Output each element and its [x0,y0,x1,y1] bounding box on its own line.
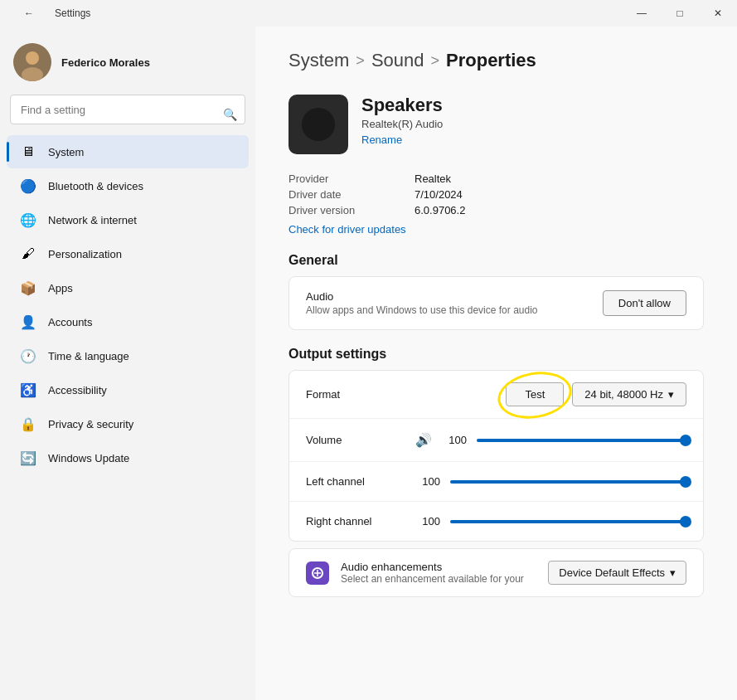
enhancement-dropdown-value: Device Default Effects [559,566,665,579]
version-value: 6.0.9706.2 [415,204,704,216]
sidebar-item-label-personalization: Personalization [48,248,122,260]
rename-link[interactable]: Rename [361,134,443,146]
svg-point-1 [26,51,39,65]
right-channel-slider[interactable] [450,520,686,523]
right-channel-row: Right channel 100 [289,501,703,541]
output-card: Format Test 24 bit, 48000 Hz ▾ Volume 🔊 … [288,370,704,542]
titlebar-title: Settings [55,7,90,19]
left-channel-thumb [680,476,691,488]
device-name: Speakers [361,95,443,116]
test-btn-wrap: Test [506,382,564,406]
test-button[interactable]: Test [506,382,564,406]
left-channel-slider[interactable] [450,480,686,484]
personalization-icon: 🖌 [20,245,36,262]
enhancement-dropdown-icon: ▾ [670,566,676,579]
titlebar: ← Settings — □ ✕ [0,0,737,27]
device-icon [288,95,348,154]
enhancement-icon [306,561,329,585]
sidebar-item-accounts[interactable]: 👤Accounts [7,305,249,338]
nav-list: 🖥System🔵Bluetooth & devices🌐Network & in… [0,134,255,475]
search-container: 🔍 [0,95,255,134]
sidebar-item-time[interactable]: 🕐Time & language [7,339,249,372]
audio-card: Audio Allow apps and Windows to use this… [288,276,704,330]
output-heading: Output settings [288,347,704,362]
right-channel-track [450,520,686,523]
date-value: 7/10/2024 [415,188,704,201]
right-channel-thumb [680,516,691,527]
minimize-button[interactable]: — [623,0,661,27]
right-channel-value: 100 [415,515,440,527]
left-channel-label: Left channel [306,475,405,488]
enhancement-title: Audio enhancements [341,561,536,573]
breadcrumb-current: Properties [446,50,536,71]
sidebar-item-network[interactable]: 🌐Network & internet [7,203,249,236]
volume-row: Volume 🔊 100 [289,418,703,461]
titlebar-left: ← Settings [10,0,90,27]
audio-row: Audio Allow apps and Windows to use this… [289,277,703,329]
sidebar-item-label-bluetooth: Bluetooth & devices [48,180,143,192]
apps-icon: 📦 [20,280,36,296]
date-label: Driver date [288,188,405,201]
privacy-icon: 🔒 [20,416,36,432]
breadcrumb: System > Sound > Properties [288,50,704,71]
check-driver-link[interactable]: Check for driver updates [288,223,406,236]
bluetooth-icon: 🔵 [20,177,36,194]
breadcrumb-sound[interactable]: Sound [371,50,424,71]
sidebar-item-label-privacy: Privacy & security [48,418,133,430]
volume-thumb [680,435,691,446]
volume-icon: 🔊 [415,432,432,448]
sidebar-item-apps[interactable]: 📦Apps [7,271,249,304]
search-input[interactable] [10,95,245,124]
breadcrumb-sep2: > [431,52,440,70]
close-button[interactable]: ✕ [699,0,737,27]
time-icon: 🕐 [20,348,36,364]
volume-slider[interactable] [477,439,686,442]
left-channel-track [450,480,686,484]
sidebar-item-system[interactable]: 🖥System [7,135,249,168]
back-button[interactable]: ← [10,0,48,27]
sidebar-item-update[interactable]: 🔄Windows Update [7,441,249,474]
right-channel-label: Right channel [306,515,405,527]
left-channel-row: Left channel 100 [289,461,703,501]
provider-label: Provider [288,173,405,185]
sidebar-item-accessibility[interactable]: ♿Accessibility [7,373,249,406]
driver-info: Provider Realtek Driver date 7/10/2024 D… [288,173,704,216]
volume-label: Volume [306,434,405,446]
general-heading: General [288,253,704,268]
accounts-icon: 👤 [20,314,36,330]
audio-row-left: Audio Allow apps and Windows to use this… [306,290,538,316]
left-channel-value: 100 [415,475,440,488]
sidebar: Federico Morales 🔍 🖥System🔵Bluetooth & d… [0,27,255,700]
enhancement-dropdown[interactable]: Device Default Effects ▾ [548,561,686,585]
app-body: Federico Morales 🔍 🖥System🔵Bluetooth & d… [0,27,737,700]
network-icon: 🌐 [20,211,36,228]
format-actions: Test 24 bit, 48000 Hz ▾ [506,382,686,406]
sidebar-item-privacy[interactable]: 🔒Privacy & security [7,407,249,440]
sidebar-item-label-apps: Apps [48,282,73,294]
version-label: Driver version [288,204,405,216]
dont-allow-button[interactable]: Don't allow [603,290,686,316]
audio-title: Audio [306,290,538,303]
titlebar-controls: — □ ✕ [623,0,737,27]
enhancement-info: Audio enhancements Select an enhancement… [341,561,536,585]
format-dropdown[interactable]: 24 bit, 48000 Hz ▾ [572,382,686,406]
audio-desc: Allow apps and Windows to use this devic… [306,304,538,316]
format-dropdown-value: 24 bit, 48000 Hz [584,388,663,401]
format-label: Format [306,388,506,401]
sidebar-item-personalization[interactable]: 🖌Personalization [7,237,249,270]
user-profile[interactable]: Federico Morales [0,33,255,95]
volume-value: 100 [442,434,467,446]
volume-track [477,439,686,442]
device-subtitle: Realtek(R) Audio [361,118,443,130]
update-icon: 🔄 [20,450,36,466]
enhancement-desc: Select an enhancement available for your [341,573,536,585]
breadcrumb-sep1: > [356,52,365,70]
main-content: System > Sound > Properties Speakers Rea… [255,27,737,700]
breadcrumb-system[interactable]: System [288,50,349,71]
system-icon: 🖥 [20,143,36,160]
format-row: Format Test 24 bit, 48000 Hz ▾ [289,371,703,418]
sidebar-item-label-system: System [48,146,84,158]
maximize-button[interactable]: □ [661,0,699,27]
user-name: Federico Morales [61,56,150,69]
sidebar-item-bluetooth[interactable]: 🔵Bluetooth & devices [7,169,249,202]
